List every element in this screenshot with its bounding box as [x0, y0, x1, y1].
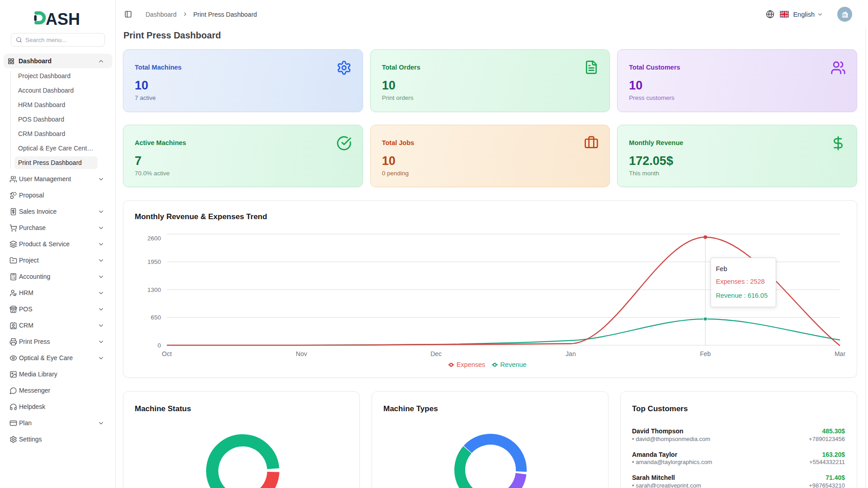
svg-text:Nov: Nov: [296, 350, 307, 357]
svg-text:Mar: Mar: [835, 350, 845, 357]
svg-text:Dec: Dec: [430, 350, 442, 357]
svg-text:Revenue : 616.05: Revenue : 616.05: [716, 292, 768, 299]
svg-text:Feb: Feb: [716, 265, 727, 272]
svg-text:Feb: Feb: [700, 350, 711, 357]
svg-text:Expenses : 2528: Expenses : 2528: [716, 278, 765, 285]
svg-text:ASH: ASH: [46, 10, 80, 28]
svg-text:0: 0: [157, 342, 161, 349]
svg-text:1300: 1300: [147, 286, 161, 293]
svg-text:650: 650: [151, 314, 161, 321]
svg-text:Revenue: Revenue: [500, 361, 527, 368]
svg-text:Oct: Oct: [162, 350, 172, 357]
svg-text:2600: 2600: [147, 235, 161, 242]
svg-text:Expenses: Expenses: [457, 361, 486, 368]
svg-text:Jan: Jan: [566, 350, 576, 357]
svg-text:1950: 1950: [147, 258, 161, 265]
